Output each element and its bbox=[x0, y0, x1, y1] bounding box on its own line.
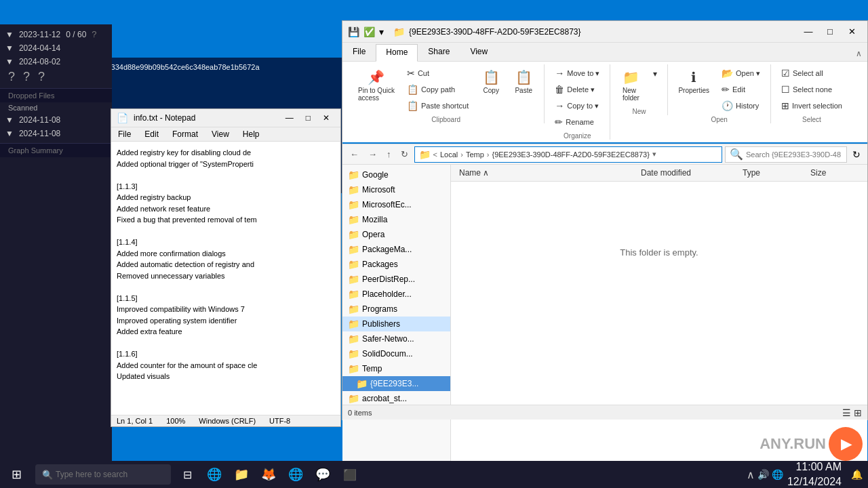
delete-button[interactable]: 🗑 Delete ▾ bbox=[550, 82, 604, 97]
explorer-close[interactable]: ✕ bbox=[842, 24, 862, 40]
edit-button[interactable]: ✏ Edit bbox=[717, 82, 765, 97]
forward-button[interactable]: → bbox=[365, 148, 380, 161]
collapse-arrow-2[interactable]: ▼ bbox=[5, 43, 14, 53]
taskbar-app-taskview[interactable]: ⊟ bbox=[174, 461, 201, 488]
taskbar-search-box[interactable]: 🔍 bbox=[35, 464, 171, 485]
taskbar-network[interactable]: 🌐 bbox=[772, 469, 783, 480]
nav-item-opera[interactable]: 📁 Opera bbox=[342, 227, 450, 242]
paste-shortcut-button[interactable]: 📋 Paste shortcut bbox=[402, 98, 473, 113]
taskbar-app-terminal[interactable]: ⬛ bbox=[336, 461, 363, 488]
taskbar-app-mail[interactable]: 💬 bbox=[309, 461, 336, 488]
explorer-maximize[interactable]: □ bbox=[820, 24, 840, 40]
move-to-button[interactable]: → Move to ▾ bbox=[550, 66, 604, 81]
addr-refresh-btn[interactable]: ↻ bbox=[850, 148, 863, 161]
scan-date-2: ▼ 2024-11-08 bbox=[0, 127, 112, 140]
help-icon-1[interactable]: ? bbox=[92, 29, 96, 39]
notepad-menu-view[interactable]: View bbox=[205, 127, 236, 141]
quick-access-undo[interactable]: ✅ bbox=[363, 26, 375, 37]
path-dropdown[interactable]: ▾ bbox=[652, 150, 656, 159]
quick-access-save[interactable]: 💾 bbox=[348, 26, 359, 37]
nav-item-packagema[interactable]: 📁 PackageMa... bbox=[342, 242, 450, 257]
nav-item-programs[interactable]: 📁 Programs bbox=[342, 302, 450, 317]
select-all-button[interactable]: ☑ Select all bbox=[776, 66, 847, 81]
ribbon-tab-share[interactable]: Share bbox=[418, 43, 460, 61]
path-arrow: < bbox=[433, 150, 437, 159]
path-temp[interactable]: Temp bbox=[466, 150, 484, 159]
explorer-minimize[interactable]: — bbox=[798, 24, 818, 40]
pin-quick-access-button[interactable]: 📌 Pin to Quickaccess bbox=[353, 66, 399, 105]
delete-icon: 🗑 bbox=[555, 84, 564, 95]
start-button[interactable]: ⊞ bbox=[0, 461, 33, 488]
notification-bell[interactable]: 🔔 bbox=[851, 469, 863, 480]
ribbon-tab-file[interactable]: File bbox=[342, 43, 376, 61]
icon-view-btn[interactable]: ⊞ bbox=[854, 407, 862, 418]
invert-selection-button[interactable]: ⊞ Invert selection bbox=[776, 98, 847, 113]
nav-item-mozilla[interactable]: 📁 Mozilla bbox=[342, 212, 450, 227]
notepad-menu-help[interactable]: Help bbox=[236, 127, 267, 141]
ribbon-tab-view[interactable]: View bbox=[460, 43, 498, 61]
new-item-dropdown[interactable]: ▾ bbox=[648, 66, 662, 82]
notepad-maximize[interactable]: □ bbox=[300, 112, 316, 124]
taskbar-up-arrow[interactable]: ∧ bbox=[747, 468, 755, 481]
select-none-button[interactable]: ☐ Select none bbox=[776, 82, 847, 97]
path-local[interactable]: Local bbox=[440, 150, 458, 159]
address-path[interactable]: 📁 < Local › Temp › {9EE293E3-390D-48FF-A… bbox=[414, 146, 723, 163]
new-folder-button[interactable]: 📁 Newfolder bbox=[616, 66, 646, 105]
notepad-menu: File Edit Format View Help bbox=[111, 127, 340, 142]
nav-item-peerdistrep[interactable]: 📁 PeerDistRep... bbox=[342, 272, 450, 287]
taskbar-app-firefox[interactable]: 🦊 bbox=[255, 461, 282, 488]
copy-to-button[interactable]: → Copy to ▾ bbox=[550, 98, 604, 113]
taskbar-clock[interactable]: 11:00 AM 12/14/2024 bbox=[787, 460, 842, 488]
address-search[interactable]: 🔍 bbox=[725, 146, 847, 163]
notepad-menu-format[interactable]: Format bbox=[165, 127, 205, 141]
col-size[interactable]: Size bbox=[808, 167, 862, 179]
notepad-content: Added registry key for disabling cloud d… bbox=[111, 142, 340, 422]
collapse-arrow-1[interactable]: ▼ bbox=[5, 30, 14, 39]
collapse-arrow-3[interactable]: ▼ bbox=[5, 57, 14, 66]
quick-access-down[interactable]: ▾ bbox=[379, 26, 384, 37]
notepad-menu-file[interactable]: File bbox=[111, 127, 138, 141]
nav-item-google[interactable]: 📁 Google bbox=[342, 167, 450, 182]
paste-button[interactable]: 📋 Paste bbox=[509, 66, 538, 98]
nav-item-packages[interactable]: 📁 Packages bbox=[342, 257, 450, 272]
col-date[interactable]: Date modified bbox=[638, 167, 740, 179]
open-button[interactable]: 📂 Open ▾ bbox=[717, 66, 765, 81]
left-panel: ▼ 2023-11-12 0 / 60 ? ▼ 2024-04-14 ▼ 202… bbox=[0, 24, 112, 461]
notepad-menu-edit[interactable]: Edit bbox=[138, 127, 165, 141]
cut-button[interactable]: ✂ Cut bbox=[402, 66, 473, 81]
path-guid[interactable]: {9EE293E3-390D-48FF-A2D0-59F3E2EC8873} bbox=[492, 150, 649, 159]
folder-icon-programs: 📁 bbox=[348, 304, 359, 314]
ribbon-tab-home[interactable]: Home bbox=[376, 44, 418, 62]
notepad-line: [1.1.5] bbox=[117, 293, 335, 304]
properties-button[interactable]: ℹ Properties bbox=[673, 66, 714, 98]
detail-view-btn[interactable]: ☰ bbox=[842, 407, 851, 418]
notepad-close[interactable]: ✕ bbox=[317, 112, 335, 124]
taskbar-search-input[interactable] bbox=[56, 470, 157, 479]
col-name[interactable]: Name ∧ bbox=[456, 167, 638, 179]
taskbar-app-edge[interactable]: 🌐 bbox=[201, 461, 228, 488]
nav-item-microsoftec[interactable]: 📁 MicrosoftEc... bbox=[342, 197, 450, 212]
nav-item-microsoft[interactable]: 📁 Microsoft bbox=[342, 182, 450, 197]
notepad-minimize[interactable]: — bbox=[280, 112, 299, 124]
nav-item-soliddocum[interactable]: 📁 SolidDocum... bbox=[342, 346, 450, 361]
nav-item-guid[interactable]: 📁 {9EE293E3... bbox=[342, 376, 450, 391]
history-button[interactable]: 🕐 History bbox=[717, 98, 765, 113]
nav-item-temp[interactable]: 📁 Temp bbox=[342, 361, 450, 376]
nav-item-safernetwo[interactable]: 📁 Safer-Netwo... bbox=[342, 331, 450, 346]
nav-item-placeholder[interactable]: 📁 Placeholder... bbox=[342, 287, 450, 302]
taskbar-app-chrome[interactable]: 🌐 bbox=[282, 461, 309, 488]
ribbon-collapse[interactable]: ∧ bbox=[850, 46, 867, 61]
taskbar-volume[interactable]: 🔊 bbox=[757, 469, 769, 480]
up-button[interactable]: ↑ bbox=[383, 148, 395, 161]
search-input[interactable] bbox=[746, 150, 841, 159]
copy-button[interactable]: 📋 Copy bbox=[476, 66, 506, 98]
taskbar-app-explorer[interactable]: 📁 bbox=[228, 461, 255, 488]
nav-item-acrobatst[interactable]: 📁 acrobat_st... bbox=[342, 391, 450, 406]
col-type[interactable]: Type bbox=[740, 167, 808, 179]
rename-button[interactable]: ✏ Rename bbox=[550, 115, 604, 129]
refresh-button[interactable]: ↻ bbox=[397, 148, 412, 161]
copy-path-button[interactable]: 📋 Copy path bbox=[402, 82, 473, 97]
back-button[interactable]: ← bbox=[347, 148, 362, 161]
nav-item-publishers[interactable]: 📁 Publishers bbox=[342, 317, 450, 331]
date-label-3: 2024-08-02 bbox=[19, 57, 60, 66]
